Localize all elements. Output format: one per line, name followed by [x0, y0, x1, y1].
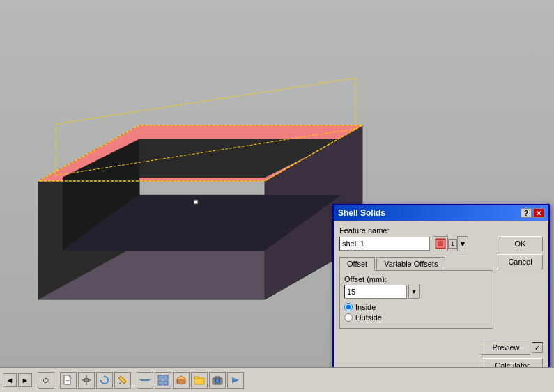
- preview-checkbox[interactable]: ✓: [532, 342, 543, 353]
- svg-point-17: [84, 378, 89, 382]
- toolbar-separator-1: [33, 372, 36, 389]
- radio-inside[interactable]: [344, 303, 353, 311]
- smile-button[interactable]: ☺: [38, 372, 54, 389]
- svg-rect-25: [141, 379, 149, 381]
- tab-offset[interactable]: Offset: [339, 257, 375, 271]
- svg-rect-38: [215, 377, 220, 379]
- camera-icon: [212, 375, 223, 386]
- refresh-icon: [99, 375, 110, 386]
- folder-icon: [194, 375, 205, 386]
- feature-name-label: Feature name:: [339, 226, 493, 235]
- svg-point-37: [215, 379, 220, 383]
- svg-rect-19: [86, 383, 87, 385]
- grid-icon: [157, 375, 169, 386]
- feature-icon: [433, 236, 448, 251]
- nav-forward-button[interactable]: ►: [18, 373, 32, 387]
- toolbar-btn-8[interactable]: [191, 372, 208, 389]
- shell-solids-dialog: Shell Solids ? ✕ Feature name:: [332, 204, 550, 384]
- ok-button[interactable]: OK: [498, 236, 543, 251]
- feature-name-input[interactable]: [339, 237, 430, 251]
- offset-label: Offset (mm):: [344, 275, 488, 283]
- toolbar-btn-5[interactable]: [137, 372, 153, 389]
- svg-rect-18: [86, 375, 87, 377]
- toolbar-btn-1[interactable]: [60, 372, 77, 389]
- tabs-row: Offset Variable Offsets: [339, 257, 493, 271]
- svg-marker-27: [149, 378, 151, 381]
- feature-name-section: Feature name: 1: [339, 226, 493, 251]
- toolbar-btn-3[interactable]: [96, 372, 113, 389]
- icon-dropdown-arrow[interactable]: ▼: [457, 236, 468, 251]
- radio-outside-label: Outside: [355, 313, 382, 322]
- toolbar-btn-10[interactable]: [227, 372, 244, 389]
- cancel-button[interactable]: Cancel: [498, 254, 543, 269]
- pencil-icon: [117, 375, 128, 386]
- arrow-right-icon: [230, 375, 241, 386]
- toolbar-btn-9[interactable]: [209, 372, 226, 389]
- help-button[interactable]: ?: [521, 208, 532, 218]
- svg-rect-21: [89, 379, 91, 381]
- svg-rect-30: [158, 381, 162, 385]
- measure-icon: [139, 375, 151, 386]
- svg-rect-16: [66, 382, 68, 382]
- preview-row: Preview ✓: [482, 340, 543, 355]
- radio-inside-row[interactable]: Inside: [344, 303, 488, 311]
- svg-rect-23: [118, 376, 126, 384]
- tab-content: Offset (mm): ▼ Inside: [339, 271, 493, 329]
- toolbar-btn-7[interactable]: [173, 372, 190, 389]
- document-icon: [63, 375, 74, 386]
- ok-cancel-buttons: OK Cancel: [498, 236, 543, 269]
- svg-rect-14: [66, 379, 70, 379]
- dialog-titlebar: Shell Solids ? ✕: [334, 205, 548, 221]
- toolbar-separator-3: [132, 372, 135, 389]
- svg-rect-35: [194, 377, 199, 379]
- radio-inside-label: Inside: [355, 303, 376, 311]
- svg-rect-28: [158, 375, 162, 379]
- svg-rect-15: [66, 380, 70, 381]
- dialog-title-buttons: ? ✕: [521, 208, 544, 218]
- nav-back-button[interactable]: ◄: [3, 373, 17, 387]
- smile-icon: ☺: [42, 375, 50, 385]
- toolbar-btn-6[interactable]: [155, 372, 171, 389]
- radio-outside-row[interactable]: Outside: [344, 313, 488, 322]
- toolbar-separator-2: [56, 372, 59, 389]
- icon-number: 1: [449, 240, 456, 248]
- offset-input-row: ▼: [344, 285, 488, 299]
- dialog-title: Shell Solids: [338, 208, 385, 218]
- settings-icon: [81, 375, 92, 386]
- svg-marker-39: [232, 377, 239, 383]
- box-icon: [176, 375, 187, 386]
- toolbar-btn-4[interactable]: [114, 372, 131, 389]
- bottom-toolbar: ◄ ► ☺: [0, 367, 554, 392]
- svg-marker-24: [118, 382, 121, 384]
- dialog-body: Feature name: 1: [334, 221, 548, 383]
- toolbar-btn-2[interactable]: [78, 372, 95, 389]
- svg-rect-31: [164, 381, 168, 385]
- svg-marker-26: [139, 378, 141, 381]
- offset-input[interactable]: [344, 285, 407, 299]
- close-button[interactable]: ✕: [533, 208, 544, 218]
- svg-rect-29: [164, 375, 168, 379]
- radio-outside[interactable]: [344, 313, 353, 322]
- tab-variable-offsets[interactable]: Variable Offsets: [376, 257, 445, 270]
- svg-rect-20: [82, 379, 84, 381]
- svg-rect-9: [194, 200, 198, 204]
- offset-dropdown-arrow[interactable]: ▼: [408, 285, 420, 299]
- preview-button[interactable]: Preview: [482, 340, 530, 355]
- nav-arrows: ◄ ►: [3, 373, 32, 387]
